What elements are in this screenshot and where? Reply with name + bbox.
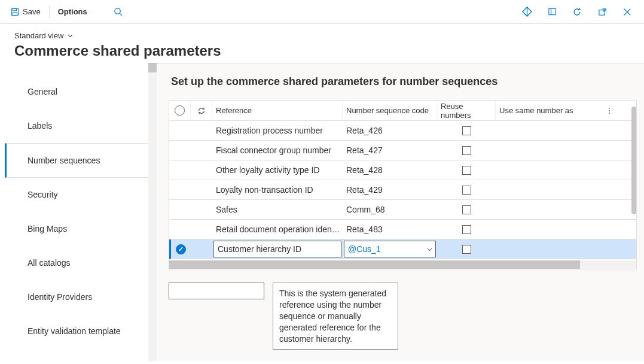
popout-button[interactable]: [595, 5, 609, 19]
code-dropdown[interactable]: @Cus_1: [344, 241, 436, 257]
th-label: Number sequence code: [346, 106, 429, 115]
cell-same-as: [496, 220, 603, 239]
sidebar-item-labels[interactable]: Labels: [5, 109, 157, 143]
table-row[interactable]: Other loyalty activity type ID Reta_428: [169, 160, 636, 180]
reference-input[interactable]: Customer hierarchy ID: [213, 241, 341, 257]
office-button[interactable]: [545, 5, 559, 19]
checkbox-icon: [462, 166, 471, 175]
cell-reuse[interactable]: [437, 121, 496, 140]
cell-same-as: [496, 121, 603, 140]
checkbox-icon: [462, 225, 471, 234]
cell-reuse[interactable]: [437, 180, 496, 199]
cell-same-as: [496, 180, 603, 199]
save-button[interactable]: Save: [5, 4, 47, 20]
table-row[interactable]: Registration process number Reta_426: [169, 121, 636, 141]
cell-reuse[interactable]: [437, 200, 496, 219]
top-toolbar: Save Options: [0, 0, 644, 24]
refresh-button[interactable]: [570, 5, 584, 19]
sidebar-item-general[interactable]: General: [5, 75, 157, 109]
horizontal-scrollbar[interactable]: [169, 260, 636, 269]
cell-reuse[interactable]: [437, 160, 496, 180]
row-spacer: [191, 141, 212, 160]
sidebar-item-label: Labels: [28, 121, 52, 131]
options-button[interactable]: Options: [52, 4, 93, 20]
cell-same-as: [496, 160, 603, 180]
cell-code-edit[interactable]: @Cus_1: [343, 239, 437, 259]
table-row-selected[interactable]: Customer hierarchy ID @Cus_1: [169, 239, 636, 259]
sidebar: General Labels Number sequences Security…: [0, 63, 157, 361]
table-row[interactable]: Fiscal connector group number Reta_427: [169, 141, 636, 160]
svg-rect-2: [13, 12, 17, 15]
cell-reference-edit[interactable]: Customer hierarchy ID: [212, 239, 343, 259]
table-row[interactable]: Safes Comm_68: [169, 200, 636, 220]
cell-code: Reta_427: [343, 141, 437, 160]
radio-checked-icon: [176, 244, 186, 254]
table-row[interactable]: Retail document operation iden… Reta_483: [169, 220, 636, 239]
th-reuse[interactable]: Reuse numbers: [437, 101, 496, 120]
row-select[interactable]: [169, 160, 191, 180]
toolbar-right: [520, 5, 639, 19]
row-spacer: [191, 160, 212, 180]
content-title: Set up the commerce shared parameters fo…: [169, 72, 637, 100]
sidebar-item-number-sequences[interactable]: Number sequences: [5, 143, 157, 178]
sidebar-item-bing-maps[interactable]: Bing Maps: [5, 212, 157, 246]
th-label: Use same number as: [499, 106, 573, 115]
cell-code: Reta_483: [343, 220, 437, 239]
sidebar-item-label: Security: [28, 190, 58, 199]
sidebar-scroll-thumb[interactable]: [148, 63, 157, 72]
diamond-button[interactable]: [520, 5, 534, 19]
row-spacer: [191, 220, 212, 239]
vertical-scroll-thumb[interactable]: [631, 107, 636, 214]
dropdown-value: @Cus_1: [348, 244, 381, 254]
th-reference[interactable]: Reference: [212, 101, 343, 120]
office-icon: [548, 7, 557, 16]
content-area: Set up the commerce shared parameters fo…: [157, 63, 644, 361]
sidebar-item-entity-validation[interactable]: Entity validation template: [5, 314, 157, 348]
cell-reuse[interactable]: [437, 220, 496, 239]
refresh-icon: [197, 107, 206, 115]
vertical-scrollbar[interactable]: [630, 101, 636, 238]
search-button[interactable]: [111, 5, 126, 19]
cell-code: Reta_426: [343, 121, 437, 140]
horizontal-scroll-thumb[interactable]: [169, 260, 580, 269]
cell-code: Reta_428: [343, 160, 437, 180]
th-same-as[interactable]: Use same number as: [496, 101, 603, 120]
th-select-all[interactable]: [169, 101, 191, 120]
sidebar-item-identity-providers[interactable]: Identity Providers: [5, 280, 157, 314]
sidebar-item-label: Bing Maps: [28, 224, 67, 233]
cell-reuse[interactable]: [437, 239, 496, 259]
th-refresh[interactable]: [191, 101, 212, 120]
cell-same-as: [496, 239, 603, 259]
sidebar-scrollbar[interactable]: [148, 63, 157, 361]
row-select[interactable]: [169, 220, 191, 239]
view-switcher[interactable]: Standard view: [14, 31, 74, 40]
checkbox-icon: [462, 205, 471, 214]
row-spacer: [191, 200, 212, 219]
cell-reference: Retail document operation iden…: [212, 220, 343, 239]
row-select[interactable]: [169, 180, 191, 199]
aux-input[interactable]: [169, 283, 264, 299]
sidebar-item-all-catalogs[interactable]: All catalogs: [5, 246, 157, 280]
th-code[interactable]: Number sequence code: [343, 101, 437, 120]
sidebar-item-security[interactable]: Security: [5, 178, 157, 212]
row-select[interactable]: [169, 200, 191, 219]
save-label: Save: [23, 7, 41, 16]
svg-rect-7: [548, 8, 555, 14]
table-row[interactable]: Loyalty non-transaction ID Reta_429: [169, 180, 636, 200]
checkbox-icon: [462, 245, 471, 254]
cell-reference: Registration process number: [212, 121, 343, 140]
table-header: Reference Number sequence code Reuse num…: [169, 101, 636, 121]
svg-point-3: [115, 8, 120, 14]
save-icon: [11, 8, 19, 16]
th-more[interactable]: [603, 101, 615, 120]
row-select[interactable]: [169, 121, 191, 140]
popout-icon: [598, 7, 607, 16]
close-button[interactable]: [620, 5, 634, 19]
row-select[interactable]: [169, 141, 191, 160]
th-label: Reuse numbers: [441, 102, 492, 120]
row-select[interactable]: [171, 239, 191, 259]
checkbox-icon: [462, 146, 471, 155]
row-spacer: [191, 180, 212, 199]
cell-reuse[interactable]: [437, 141, 496, 160]
sidebar-item-label: Entity validation template: [28, 326, 121, 336]
